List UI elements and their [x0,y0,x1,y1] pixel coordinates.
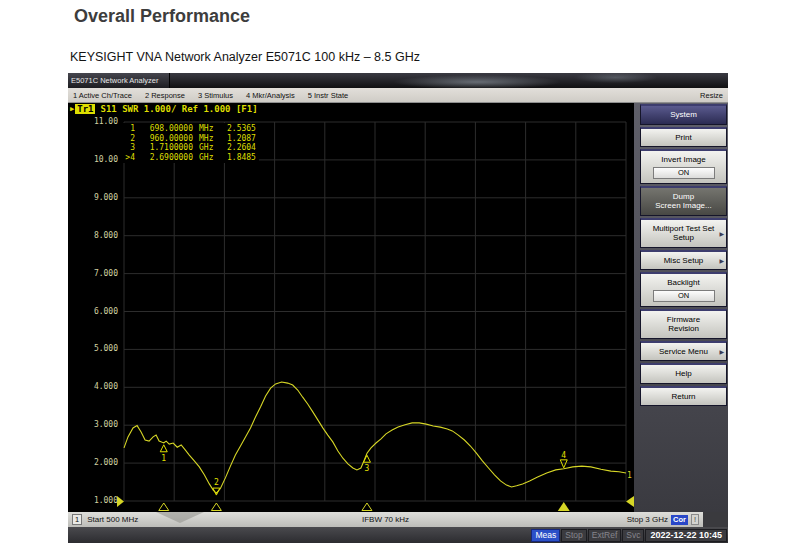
y-axis-tick-label: 9.000 [68,193,118,203]
trace-tag: Tr1 [75,104,95,114]
y-axis-tick-label: 5.000 [68,344,118,354]
vna-analyzer-window: E5071C Network Analyzer 1 Active Ch/Trac… [68,73,728,543]
svg-text:1: 1 [161,454,166,463]
softkey-backlight[interactable]: BacklightON [640,272,727,307]
menu-item-1-active-ch-trace[interactable]: 1 Active Ch/Trace [73,91,132,100]
submenu-arrow-icon: ▶ [719,230,724,237]
y-axis-tick-label: 10.00 [68,155,118,165]
window-title: E5071C Network Analyzer [68,73,170,88]
softkey-invert-image[interactable]: Invert ImageON [640,149,727,184]
svg-text:1: 1 [627,471,632,480]
softkey-misc-setup[interactable]: Misc Setup▶ [640,250,727,271]
status-stop: Stop [561,529,587,542]
datetime-label: 2022-12-22 10:45 [645,529,727,542]
swr-trace-plot: 12341 [68,103,634,512]
alert-badge: ! [691,514,699,525]
menu-items: 1 Active Ch/Trace2 Response3 Stimulus4 M… [73,91,348,100]
svg-text:2: 2 [214,478,219,487]
y-axis-tick-label: 7.000 [68,269,118,279]
marker-table-row: 1698.00000MHz2.5365 [121,124,256,134]
page-subtitle: KEYSIGHT VNA Network Analyzer E5071C 100… [70,50,420,64]
softkey-return[interactable]: Return [640,386,727,407]
status-svc: Svc [622,529,644,542]
status-extref: ExtRef [588,529,622,542]
y-axis-tick-label: 8.000 [68,231,118,241]
marker-table-row: 2960.00000MHz1.2087 [121,134,256,144]
svg-text:4: 4 [561,451,566,460]
menu-item-3-stimulus[interactable]: 3 Stimulus [198,91,233,100]
status-meas: Meas [531,529,560,542]
y-axis-tick-label: 6.000 [68,307,118,317]
correction-badge: Cor [671,515,688,525]
menu-item-4-mkr-analysis[interactable]: 4 Mkr/Analysis [246,91,295,100]
status-cells: MeasStopExtRefSvc [531,529,644,542]
marker-table-row: 31.7100000GHz2.2604 [121,143,256,153]
active-trace-indicator-icon: ▶ [70,105,74,113]
softkey-sidebar: SystemPrintInvert ImageONDumpScreen Imag… [634,103,728,512]
trace-header[interactable]: ▶ Tr1 S11 SWR 1.000/ Ref 1.000 [F1] [70,104,258,114]
softkey-firmware-revision[interactable]: FirmwareRevision [640,309,727,339]
instrument-status-bar: MeasStopExtRefSvc 2022-12-22 10:45 [68,527,728,543]
svg-text:3: 3 [365,464,370,473]
softkey-multiport-test-set-setup[interactable]: Multiport Test SetSetup▶ [640,218,727,248]
channel-status-bar: 1 Start 500 MHz IFBW 70 kHz Stop 3 GHz C… [68,512,703,527]
instrument-screen: 12341 ▶ Tr1 S11 SWR 1.000/ Ref 1.000 [F1… [68,103,634,512]
toggle-state-label: ON [653,167,715,179]
y-axis-tick-label: 11.00 [68,117,118,127]
window-titlebar[interactable]: E5071C Network Analyzer [68,73,728,88]
softkey-print[interactable]: Print [640,127,727,148]
menu-item-5-instr-state[interactable]: 5 Instr State [308,91,348,100]
marker-table-row: >42.6900000GHz1.8485 [121,153,256,163]
softkey-help[interactable]: Help [640,363,727,384]
ifbw-label: IFBW 70 kHz [68,515,703,524]
y-axis-tick-label: 1.000 [68,496,118,506]
softkey-system[interactable]: System [640,104,727,125]
stop-frequency-label: Stop 3 GHz [627,515,668,524]
submenu-arrow-icon: ▶ [719,257,724,264]
sidebar-fill [703,512,728,527]
y-axis-tick-label: 2.000 [68,458,118,468]
y-axis-tick-label: 3.000 [68,420,118,430]
menu-item-2-response[interactable]: 2 Response [145,91,185,100]
menu-item-resize[interactable]: Resize [700,91,723,100]
toggle-state-label: ON [653,290,715,302]
document-page: Overall Performance KEYSIGHT VNA Network… [0,0,790,549]
marker-table: 1698.00000MHz2.53652960.00000MHz1.208731… [118,123,259,163]
menu-bar: 1 Active Ch/Trace2 Response3 Stimulus4 M… [68,88,728,103]
page-title: Overall Performance [74,6,250,27]
softkey-service-menu[interactable]: Service Menu▶ [640,341,727,362]
trace-format-label: S11 SWR 1.000/ Ref 1.000 [F1] [100,104,257,114]
y-axis-tick-label: 4.000 [68,382,118,392]
softkey-dump-screen-image[interactable]: DumpScreen Image... [640,186,727,216]
submenu-arrow-icon: ▶ [719,348,724,355]
